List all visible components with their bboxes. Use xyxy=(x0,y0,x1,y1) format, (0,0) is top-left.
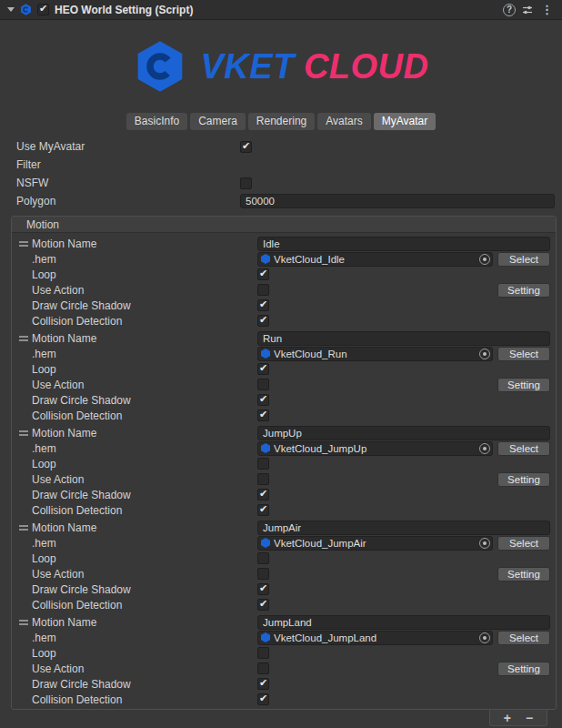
use-action-checkbox[interactable] xyxy=(257,662,269,674)
motion-name-field[interactable] xyxy=(257,426,550,440)
motion-name-field[interactable] xyxy=(257,521,550,535)
setting-button[interactable]: Setting xyxy=(497,662,550,676)
loop-checkbox[interactable] xyxy=(257,647,269,659)
motion-name-row: Motion Name xyxy=(12,236,556,251)
hem-object-name: VketCloud_JumpLand xyxy=(274,632,476,643)
add-element-button[interactable]: + xyxy=(504,711,511,725)
logo-cloud: CLOUD xyxy=(304,47,429,86)
use-action-checkbox[interactable] xyxy=(257,568,269,580)
motion-name-field[interactable] xyxy=(257,331,550,346)
object-picker-icon[interactable] xyxy=(479,349,490,359)
component-title: HEO World Setting (Script) xyxy=(55,4,193,16)
use-action-checkbox[interactable] xyxy=(257,284,269,296)
drag-handle-icon[interactable] xyxy=(19,525,28,531)
hem-object-name: VketCloud_JumpAir xyxy=(274,538,476,549)
object-picker-icon[interactable] xyxy=(479,443,490,454)
motion-list: Motion Name .hem VketCloud_Idle Select L… xyxy=(12,233,556,709)
select-button[interactable]: Select xyxy=(497,536,550,551)
use-action-checkbox[interactable] xyxy=(257,379,269,390)
motion-section: Motion Motion Name .hem VketCloud_Idle S… xyxy=(11,216,557,710)
object-picker-icon[interactable] xyxy=(479,632,490,643)
tab-camera[interactable]: Camera xyxy=(190,113,246,130)
hem-object-field[interactable]: VketCloud_JumpAir xyxy=(257,536,493,551)
collision-detection-checkbox[interactable] xyxy=(257,315,269,327)
motion-header[interactable]: Motion xyxy=(12,217,556,233)
foldout-arrow-icon[interactable] xyxy=(7,7,15,12)
filter-label: Filter xyxy=(16,158,240,171)
drag-handle-icon[interactable] xyxy=(19,336,28,341)
presets-icon[interactable] xyxy=(521,4,534,16)
motion-name-field[interactable] xyxy=(257,237,550,251)
polygon-field[interactable] xyxy=(240,194,555,208)
collision-detection-row: Collision Detection xyxy=(12,502,556,518)
loop-checkbox[interactable] xyxy=(257,552,269,564)
motion-entry: Motion Name .hem VketCloud_Run Select Lo… xyxy=(12,329,556,423)
motion-name-field[interactable] xyxy=(257,615,550,630)
loop-row: Loop xyxy=(12,551,556,566)
loop-checkbox[interactable] xyxy=(257,458,269,470)
collision-detection-checkbox[interactable] xyxy=(257,693,269,705)
hem-row: .hem VketCloud_JumpAir Select xyxy=(12,535,556,551)
context-menu-icon[interactable]: ⋮ xyxy=(539,3,555,16)
tab-bar: BasicInfoCameraRenderingAvatarsMyAvatar xyxy=(0,113,562,130)
draw-circle-shadow-label: Draw Circle Shadow xyxy=(32,394,257,407)
drag-zone xyxy=(19,430,32,436)
setting-button[interactable]: Setting xyxy=(497,283,550,298)
loop-row: Loop xyxy=(12,267,556,282)
select-button[interactable]: Select xyxy=(497,631,550,645)
collision-detection-checkbox[interactable] xyxy=(257,599,269,611)
draw-circle-shadow-checkbox[interactable] xyxy=(257,583,269,595)
tab-rendering[interactable]: Rendering xyxy=(248,113,315,130)
collision-detection-label: Collision Detection xyxy=(32,693,257,706)
tab-avatars[interactable]: Avatars xyxy=(317,113,370,130)
select-button[interactable]: Select xyxy=(497,347,550,361)
draw-circle-shadow-row: Draw Circle Shadow xyxy=(12,676,556,692)
select-button[interactable]: Select xyxy=(497,252,550,267)
collision-detection-checkbox[interactable] xyxy=(257,504,269,516)
object-picker-icon[interactable] xyxy=(479,254,490,265)
drag-handle-icon[interactable] xyxy=(19,241,28,247)
tab-myavatar[interactable]: MyAvatar xyxy=(374,113,436,130)
draw-circle-shadow-label: Draw Circle Shadow xyxy=(32,489,257,501)
hem-label: .hem xyxy=(32,442,257,455)
loop-checkbox[interactable] xyxy=(257,363,269,375)
hem-label: .hem xyxy=(32,348,257,360)
setting-button[interactable]: Setting xyxy=(497,567,550,581)
motion-name-row: Motion Name xyxy=(12,614,556,630)
tab-basicinfo[interactable]: BasicInfo xyxy=(126,113,187,130)
hem-object-field[interactable]: VketCloud_JumpUp xyxy=(257,441,493,456)
hem-label: .hem xyxy=(32,253,257,266)
use-action-checkbox[interactable] xyxy=(257,473,269,485)
setting-button[interactable]: Setting xyxy=(497,378,550,392)
motion-name-label: Motion Name xyxy=(32,238,257,250)
draw-circle-shadow-checkbox[interactable] xyxy=(257,489,269,500)
loop-checkbox[interactable] xyxy=(257,268,269,280)
loop-label: Loop xyxy=(32,458,257,470)
loop-label: Loop xyxy=(32,268,257,281)
remove-element-button[interactable]: − xyxy=(526,711,533,725)
draw-circle-shadow-checkbox[interactable] xyxy=(257,299,269,311)
use-myavatar-checkbox[interactable] xyxy=(240,141,252,153)
loop-row: Loop xyxy=(12,645,556,661)
help-icon[interactable]: ? xyxy=(503,4,516,16)
nsfw-checkbox[interactable] xyxy=(240,177,252,189)
draw-circle-shadow-checkbox[interactable] xyxy=(257,678,269,690)
component-enabled-checkbox[interactable] xyxy=(37,4,49,15)
draw-circle-shadow-label: Draw Circle Shadow xyxy=(32,583,257,596)
draw-circle-shadow-checkbox[interactable] xyxy=(257,394,269,406)
select-button[interactable]: Select xyxy=(497,441,550,456)
polygon-row: Polygon xyxy=(0,192,562,210)
script-icon xyxy=(20,4,32,15)
hem-object-field[interactable]: VketCloud_Idle xyxy=(257,252,493,267)
drag-handle-icon[interactable] xyxy=(19,620,28,625)
hem-object-field[interactable]: VketCloud_Run xyxy=(257,347,493,361)
object-picker-icon[interactable] xyxy=(479,538,490,549)
drag-handle-icon[interactable] xyxy=(19,430,28,436)
use-action-row: Use Action Setting xyxy=(12,471,556,487)
hem-object-field[interactable]: VketCloud_JumpLand xyxy=(257,631,493,645)
loop-row: Loop xyxy=(12,456,556,471)
setting-button[interactable]: Setting xyxy=(497,472,550,487)
use-action-row: Use Action Setting xyxy=(12,377,556,392)
collision-detection-checkbox[interactable] xyxy=(257,410,269,421)
polygon-label: Polygon xyxy=(16,195,240,207)
